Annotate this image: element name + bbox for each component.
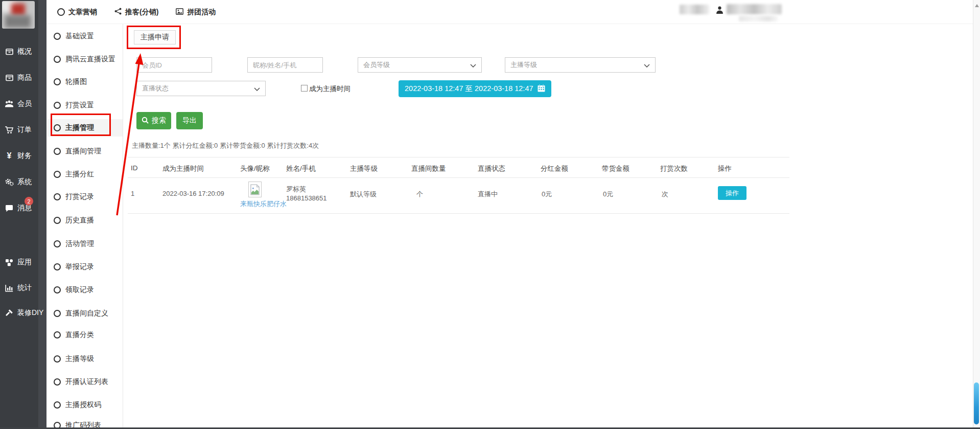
- select-value: 主播等级: [510, 60, 537, 70]
- cell-room-count: 个: [416, 190, 423, 199]
- user-person-icon: [716, 6, 723, 16]
- page-scrollbar-thumb[interactable]: [974, 382, 979, 424]
- menu-item-reward-settings[interactable]: 打赏设置: [47, 97, 123, 114]
- nav-article-marketing[interactable]: 文章营销: [57, 8, 97, 17]
- date-range-button[interactable]: 2022-03-18 12:47 至 2022-03-18 12:47: [399, 80, 551, 97]
- finance-yen-icon: ¥: [5, 152, 14, 161]
- menu-item-label: 直播间管理: [65, 147, 101, 156]
- nav-label: 推客(分销): [125, 8, 158, 17]
- cell-goods-amount: 0元: [603, 190, 613, 199]
- menu-item-live-category[interactable]: 直播分类: [47, 326, 123, 344]
- sidebar-item-apps[interactable]: 应用: [0, 257, 46, 268]
- overview-box-icon: [5, 48, 14, 56]
- sidebar-item-messages[interactable]: 消息: [0, 202, 46, 214]
- export-button[interactable]: 导出: [176, 112, 203, 129]
- col-header-avatar-nickname: 头像/昵称: [240, 164, 270, 173]
- app-logo: [2, 1, 35, 29]
- redacted-account-text: [680, 5, 709, 14]
- anchor-level-select[interactable]: 主播等级: [505, 57, 656, 73]
- page-scrollbar-track[interactable]: [973, 0, 980, 429]
- chevron-down-icon: [254, 85, 260, 93]
- sidebar-item-stats[interactable]: 统计: [0, 282, 46, 293]
- cell-anchor-level: 默认等级: [350, 190, 377, 199]
- menu-item-anchor-management[interactable]: 主播管理: [47, 119, 123, 137]
- sidebar-item-orders[interactable]: 订单: [0, 124, 46, 136]
- select-value: 直播状态: [142, 84, 169, 93]
- share-icon: [114, 8, 122, 16]
- col-header-action: 操作: [718, 164, 732, 173]
- circle-icon: [54, 331, 61, 338]
- circle-icon: [54, 171, 61, 178]
- nav-promoter-distribution[interactable]: 推客(分销): [114, 8, 158, 17]
- sidebar-item-label: 会员: [17, 99, 32, 108]
- redacted-username-text: [727, 4, 782, 14]
- menu-item-tencent-live-settings[interactable]: 腾讯云直播设置: [47, 51, 123, 68]
- sidebar-item-members[interactable]: 会员: [0, 98, 46, 109]
- tab-anchor-application[interactable]: 主播申请: [134, 30, 176, 44]
- menu-item-carousel[interactable]: 轮播图: [47, 73, 123, 91]
- menu-item-label: 腾讯云直播设置: [65, 55, 115, 64]
- sidebar-item-label: 财务: [17, 151, 32, 161]
- circle-icon: [54, 78, 61, 85]
- circle-icon: [54, 102, 61, 109]
- scrollbar-up-arrow-icon[interactable]: [975, 4, 979, 7]
- circle-icon: [54, 56, 61, 63]
- col-header-joined-time: 成为主播时间: [162, 164, 204, 173]
- live-status-select[interactable]: 直播状态: [136, 81, 266, 96]
- menu-item-label: 直播分类: [65, 330, 94, 340]
- menu-item-broadcast-cert-list[interactable]: 开播认证列表: [47, 373, 123, 391]
- nickname-link[interactable]: 来瓶快乐肥仔水: [240, 199, 287, 209]
- become-anchor-time-checkbox[interactable]: [301, 85, 308, 92]
- col-header-live-status: 直播状态: [478, 164, 505, 173]
- menu-item-anchor-auth-code[interactable]: 主播授权码: [47, 396, 123, 414]
- circle-icon: [54, 401, 61, 409]
- sidebar-item-label: 应用: [17, 258, 32, 267]
- sidebar-item-label: 概况: [17, 47, 32, 56]
- menu-item-anchor-dividend[interactable]: 主播分红: [47, 166, 123, 183]
- table-header-divider: [128, 177, 789, 178]
- cell-phone: 18681538651: [286, 194, 327, 202]
- menu-item-label: 历史直播: [65, 216, 94, 225]
- circle-icon: [54, 310, 61, 317]
- primary-sidebar: [0, 0, 46, 429]
- image-icon: [176, 8, 183, 16]
- cell-dividend: 0元: [542, 190, 552, 199]
- sidebar-item-label: 装修DIY: [17, 308, 43, 318]
- menu-item-claim-records[interactable]: 领取记录: [47, 281, 123, 299]
- admin-screen: 概况 商品 会员 订单 ¥ 财务 系统 消息 2 应用 统计 装修DIY: [0, 0, 980, 429]
- message-icon: [5, 204, 14, 213]
- redacted-subtext: [739, 16, 778, 21]
- sidebar-item-goods[interactable]: 商品: [0, 72, 46, 83]
- row-action-button[interactable]: 操作: [718, 186, 746, 200]
- keyword-input[interactable]: [247, 57, 323, 73]
- search-button[interactable]: 搜索: [136, 112, 171, 129]
- menu-item-live-history[interactable]: 历史直播: [47, 212, 123, 229]
- menu-item-report-records[interactable]: 举报记录: [47, 258, 123, 276]
- menu-item-basic-settings[interactable]: 基础设置: [47, 28, 123, 45]
- system-gear-icon: [5, 178, 14, 187]
- orders-cart-icon: [5, 126, 14, 134]
- menu-item-label: 打赏设置: [65, 101, 94, 110]
- menu-item-reward-records[interactable]: 打赏记录: [47, 188, 123, 206]
- menu-item-label: 领取记录: [65, 285, 94, 295]
- sidebar-item-system[interactable]: 系统: [0, 176, 46, 188]
- menu-item-anchor-level[interactable]: 主播等级: [47, 350, 123, 368]
- member-level-select[interactable]: 会员等级: [358, 57, 482, 73]
- nav-group-buy[interactable]: 拼团活动: [176, 8, 216, 17]
- chevron-down-icon: [470, 61, 476, 69]
- sidebar-item-finance[interactable]: ¥ 财务: [0, 150, 46, 162]
- search-icon: [142, 117, 149, 125]
- circle-icon: [54, 148, 61, 155]
- menu-item-live-room-management[interactable]: 直播间管理: [47, 143, 123, 160]
- cell-name: 罗标英: [286, 185, 306, 194]
- menu-item-label: 轮播图: [65, 77, 87, 86]
- export-button-label: 导出: [182, 116, 197, 125]
- menu-item-live-room-custom[interactable]: 直播间自定义: [47, 305, 123, 322]
- sidebar-item-diy[interactable]: 装修DIY: [0, 307, 46, 319]
- sidebar-item-label: 商品: [17, 73, 32, 82]
- member-id-input[interactable]: [136, 57, 212, 73]
- col-header-goods-amount: 带货金额: [602, 164, 629, 173]
- menu-item-activity-management[interactable]: 活动管理: [47, 235, 123, 253]
- cell-live-status: 直播中: [478, 190, 498, 199]
- sidebar-item-overview[interactable]: 概况: [0, 46, 46, 57]
